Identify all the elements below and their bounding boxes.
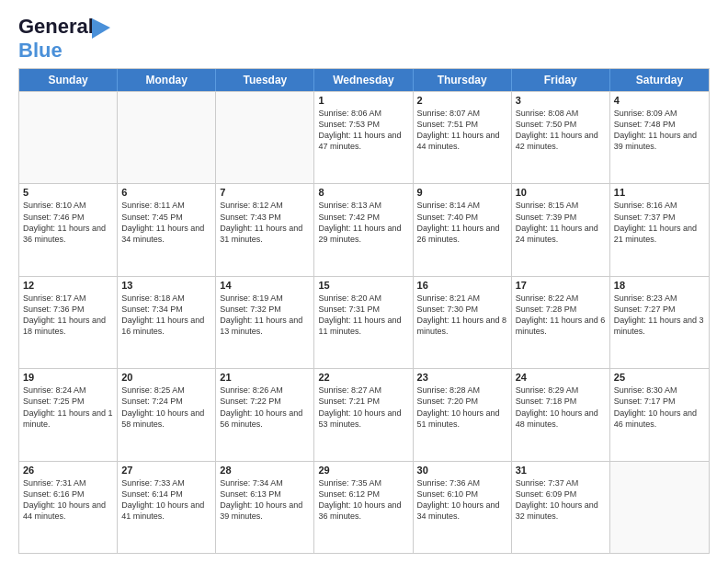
logo: General Blue <box>18 15 94 63</box>
calendar-page: General Blue SundayMondayTuesdayWednesda… <box>0 0 728 563</box>
logo-text-blue: Blue <box>18 39 63 62</box>
logo-text-general: General <box>18 15 94 38</box>
day-info: Sunrise: 8:28 AM Sunset: 7:20 PM Dayligh… <box>417 385 507 430</box>
day-number: 31 <box>516 465 606 476</box>
calendar-body: 1Sunrise: 8:06 AM Sunset: 7:53 PM Daylig… <box>19 91 709 553</box>
empty-cell <box>118 92 216 183</box>
calendar-header: SundayMondayTuesdayWednesdayThursdayFrid… <box>19 69 709 91</box>
day-info: Sunrise: 8:11 AM Sunset: 7:45 PM Dayligh… <box>121 200 211 245</box>
day-info: Sunrise: 8:30 AM Sunset: 7:17 PM Dayligh… <box>614 385 705 430</box>
day-info: Sunrise: 8:24 AM Sunset: 7:25 PM Dayligh… <box>23 385 113 430</box>
day-5: 5Sunrise: 8:10 AM Sunset: 7:46 PM Daylig… <box>19 184 118 275</box>
day-number: 5 <box>23 187 113 198</box>
day-number: 12 <box>23 280 113 291</box>
day-6: 6Sunrise: 8:11 AM Sunset: 7:45 PM Daylig… <box>118 184 216 275</box>
day-info: Sunrise: 8:06 AM Sunset: 7:53 PM Dayligh… <box>318 108 408 153</box>
logo-arrow-icon <box>92 18 110 39</box>
day-16: 16Sunrise: 8:21 AM Sunset: 7:30 PM Dayli… <box>414 277 512 368</box>
day-number: 14 <box>220 280 310 291</box>
day-number: 24 <box>516 372 606 383</box>
day-2: 2Sunrise: 8:07 AM Sunset: 7:51 PM Daylig… <box>414 92 512 183</box>
day-info: Sunrise: 8:09 AM Sunset: 7:48 PM Dayligh… <box>614 108 705 153</box>
day-number: 13 <box>121 280 211 291</box>
header-saturday: Saturday <box>610 69 709 91</box>
day-number: 27 <box>121 465 211 476</box>
day-number: 4 <box>614 95 705 106</box>
day-info: Sunrise: 8:27 AM Sunset: 7:21 PM Dayligh… <box>318 385 408 430</box>
header-wednesday: Wednesday <box>314 69 413 91</box>
day-number: 18 <box>614 280 705 291</box>
day-info: Sunrise: 8:22 AM Sunset: 7:28 PM Dayligh… <box>516 293 606 338</box>
day-25: 25Sunrise: 8:30 AM Sunset: 7:17 PM Dayli… <box>610 369 709 460</box>
calendar-week-1: 1Sunrise: 8:06 AM Sunset: 7:53 PM Daylig… <box>19 91 709 183</box>
day-number: 6 <box>121 187 211 198</box>
day-17: 17Sunrise: 8:22 AM Sunset: 7:28 PM Dayli… <box>512 277 610 368</box>
day-18: 18Sunrise: 8:23 AM Sunset: 7:27 PM Dayli… <box>610 277 709 368</box>
day-number: 29 <box>318 465 408 476</box>
day-number: 7 <box>220 187 310 198</box>
day-15: 15Sunrise: 8:20 AM Sunset: 7:31 PM Dayli… <box>314 277 413 368</box>
day-7: 7Sunrise: 8:12 AM Sunset: 7:43 PM Daylig… <box>216 184 314 275</box>
day-31: 31Sunrise: 7:37 AM Sunset: 6:09 PM Dayli… <box>512 462 610 553</box>
day-8: 8Sunrise: 8:13 AM Sunset: 7:42 PM Daylig… <box>314 184 413 275</box>
day-12: 12Sunrise: 8:17 AM Sunset: 7:36 PM Dayli… <box>19 277 118 368</box>
day-number: 3 <box>516 95 606 106</box>
day-3: 3Sunrise: 8:08 AM Sunset: 7:50 PM Daylig… <box>512 92 610 183</box>
empty-cell <box>216 92 314 183</box>
day-28: 28Sunrise: 7:34 AM Sunset: 6:13 PM Dayli… <box>216 462 314 553</box>
day-info: Sunrise: 8:21 AM Sunset: 7:30 PM Dayligh… <box>417 293 507 338</box>
day-info: Sunrise: 8:07 AM Sunset: 7:51 PM Dayligh… <box>417 108 507 153</box>
calendar-week-3: 12Sunrise: 8:17 AM Sunset: 7:36 PM Dayli… <box>19 276 709 368</box>
day-number: 25 <box>614 372 705 383</box>
day-4: 4Sunrise: 8:09 AM Sunset: 7:48 PM Daylig… <box>610 92 709 183</box>
day-23: 23Sunrise: 8:28 AM Sunset: 7:20 PM Dayli… <box>414 369 512 460</box>
day-number: 17 <box>516 280 606 291</box>
day-number: 16 <box>417 280 507 291</box>
day-number: 23 <box>417 372 507 383</box>
day-14: 14Sunrise: 8:19 AM Sunset: 7:32 PM Dayli… <box>216 277 314 368</box>
page-header: General Blue <box>18 15 710 63</box>
day-13: 13Sunrise: 8:18 AM Sunset: 7:34 PM Dayli… <box>118 277 216 368</box>
day-info: Sunrise: 8:08 AM Sunset: 7:50 PM Dayligh… <box>516 108 606 153</box>
day-20: 20Sunrise: 8:25 AM Sunset: 7:24 PM Dayli… <box>118 369 216 460</box>
calendar-week-4: 19Sunrise: 8:24 AM Sunset: 7:25 PM Dayli… <box>19 368 709 460</box>
day-info: Sunrise: 8:12 AM Sunset: 7:43 PM Dayligh… <box>220 200 310 245</box>
header-friday: Friday <box>512 69 610 91</box>
day-info: Sunrise: 8:25 AM Sunset: 7:24 PM Dayligh… <box>121 385 211 430</box>
day-info: Sunrise: 8:17 AM Sunset: 7:36 PM Dayligh… <box>23 293 113 338</box>
empty-cell <box>610 462 709 553</box>
day-10: 10Sunrise: 8:15 AM Sunset: 7:39 PM Dayli… <box>512 184 610 275</box>
day-info: Sunrise: 8:16 AM Sunset: 7:37 PM Dayligh… <box>614 200 705 245</box>
day-info: Sunrise: 8:20 AM Sunset: 7:31 PM Dayligh… <box>318 293 408 338</box>
day-number: 28 <box>220 465 310 476</box>
day-number: 30 <box>417 465 507 476</box>
day-9: 9Sunrise: 8:14 AM Sunset: 7:40 PM Daylig… <box>414 184 512 275</box>
day-info: Sunrise: 7:33 AM Sunset: 6:14 PM Dayligh… <box>121 477 211 523</box>
day-26: 26Sunrise: 7:31 AM Sunset: 6:16 PM Dayli… <box>19 462 118 553</box>
day-info: Sunrise: 8:10 AM Sunset: 7:46 PM Dayligh… <box>23 200 113 245</box>
day-number: 22 <box>318 372 408 383</box>
day-info: Sunrise: 8:29 AM Sunset: 7:18 PM Dayligh… <box>516 385 606 430</box>
day-number: 11 <box>614 187 705 198</box>
day-number: 26 <box>23 465 113 476</box>
header-thursday: Thursday <box>414 69 512 91</box>
calendar-week-2: 5Sunrise: 8:10 AM Sunset: 7:46 PM Daylig… <box>19 183 709 275</box>
day-number: 10 <box>516 187 606 198</box>
day-number: 2 <box>417 95 507 106</box>
day-1: 1Sunrise: 8:06 AM Sunset: 7:53 PM Daylig… <box>314 92 413 183</box>
day-11: 11Sunrise: 8:16 AM Sunset: 7:37 PM Dayli… <box>610 184 709 275</box>
day-number: 1 <box>318 95 408 106</box>
day-info: Sunrise: 8:15 AM Sunset: 7:39 PM Dayligh… <box>516 200 606 245</box>
day-19: 19Sunrise: 8:24 AM Sunset: 7:25 PM Dayli… <box>19 369 118 460</box>
day-24: 24Sunrise: 8:29 AM Sunset: 7:18 PM Dayli… <box>512 369 610 460</box>
day-number: 9 <box>417 187 507 198</box>
empty-cell <box>19 92 118 183</box>
header-monday: Monday <box>118 69 216 91</box>
day-info: Sunrise: 8:26 AM Sunset: 7:22 PM Dayligh… <box>220 385 310 430</box>
day-info: Sunrise: 8:18 AM Sunset: 7:34 PM Dayligh… <box>121 293 211 338</box>
day-info: Sunrise: 7:37 AM Sunset: 6:09 PM Dayligh… <box>516 477 606 523</box>
header-sunday: Sunday <box>19 69 118 91</box>
day-22: 22Sunrise: 8:27 AM Sunset: 7:21 PM Dayli… <box>314 369 413 460</box>
day-info: Sunrise: 7:36 AM Sunset: 6:10 PM Dayligh… <box>417 477 507 523</box>
day-info: Sunrise: 8:14 AM Sunset: 7:40 PM Dayligh… <box>417 200 507 245</box>
